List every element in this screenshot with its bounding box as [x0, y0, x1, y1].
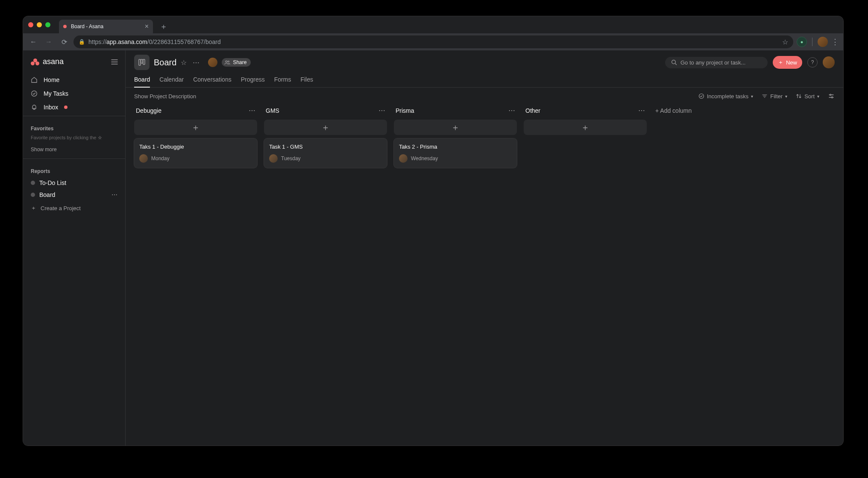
new-tab-button[interactable]: ＋ [160, 21, 167, 32]
tab-title: Board - Asana [71, 23, 141, 29]
project-menu-button[interactable]: ⋯ [193, 59, 199, 67]
tab-conversations[interactable]: Conversations [193, 73, 232, 87]
profile-avatar-browser[interactable] [818, 37, 828, 47]
project-color-dot [31, 181, 35, 185]
svg-rect-6 [143, 59, 145, 65]
column-header: GMS ⋯ [264, 105, 387, 116]
help-label: ? [811, 59, 814, 65]
svg-rect-4 [139, 59, 141, 65]
collapse-sidebar-icon[interactable] [111, 59, 118, 65]
extension-badge[interactable]: ● [797, 37, 807, 47]
back-button[interactable]: ← [27, 38, 39, 46]
asana-logo[interactable]: asana [31, 57, 64, 66]
task-due-date: Wednesday [411, 155, 438, 161]
create-project-button[interactable]: ＋ Create a Project [23, 201, 125, 215]
customize-button[interactable] [828, 93, 835, 100]
favorites-show-more[interactable]: Show more [23, 145, 125, 157]
share-label: Share [233, 59, 246, 65]
column-title[interactable]: Debuggie [136, 107, 161, 114]
completion-filter[interactable]: Incomplete tasks ▾ [698, 93, 754, 100]
nav-inbox-label: Inbox [44, 104, 58, 111]
new-button[interactable]: ＋ New [773, 56, 802, 69]
share-button[interactable]: Share [222, 58, 251, 67]
reload-button[interactable]: ⟳ [58, 38, 70, 46]
show-description-button[interactable]: Show Project Description [134, 93, 196, 100]
column-menu-icon[interactable]: ⋯ [508, 106, 515, 114]
column-menu-icon[interactable]: ⋯ [638, 106, 645, 114]
close-window-button[interactable] [28, 22, 33, 27]
nav-inbox[interactable]: Inbox [23, 100, 125, 114]
add-task-button[interactable]: ＋ [524, 120, 647, 135]
toolbar-divider [812, 38, 812, 46]
minimize-window-button[interactable] [37, 22, 42, 27]
column-title[interactable]: Prisma [396, 107, 414, 114]
task-card[interactable]: Taks 2 - Prisma Wednesday [394, 138, 517, 168]
project-member-avatar[interactable] [208, 58, 217, 67]
sort-icon [796, 93, 802, 99]
column-header: Prisma ⋯ [394, 105, 517, 116]
tab-calendar[interactable]: Calendar [159, 73, 184, 87]
project-header: Board ☆ ⋯ Share Go to any project or t [126, 50, 843, 70]
project-title: Board [154, 58, 176, 67]
nav-home[interactable]: Home [23, 73, 125, 87]
chevron-down-icon: ▾ [785, 94, 787, 99]
tab-close-icon[interactable]: × [145, 23, 149, 30]
lock-icon: 🔒 [79, 39, 85, 45]
add-task-button[interactable]: ＋ [394, 120, 517, 135]
svg-point-8 [228, 61, 229, 62]
logo-text: asana [43, 57, 64, 66]
url-path: /0/228631155768767/board [147, 38, 221, 45]
filter-label: Filter [770, 93, 783, 100]
bookmark-star-icon[interactable]: ☆ [782, 38, 788, 46]
url-scheme: https:// [88, 38, 106, 45]
add-task-button[interactable]: ＋ [264, 120, 387, 135]
sidebar-project-board[interactable]: Board ⋯ [23, 189, 125, 201]
task-meta: Tuesday [269, 154, 382, 163]
browser-titlebar: Board - Asana × ＋ [23, 16, 843, 33]
window-controls [28, 22, 50, 27]
board-column: Prisma ⋯ ＋ Taks 2 - Prisma Wednesday [394, 105, 517, 168]
tab-progress[interactable]: Progress [241, 73, 265, 87]
task-assignee-avatar[interactable] [269, 154, 278, 163]
task-assignee-avatar[interactable] [399, 154, 408, 163]
sidebar-header: asana [23, 56, 125, 70]
svg-point-18 [832, 97, 833, 98]
task-meta: Monday [139, 154, 252, 163]
add-column-button[interactable]: + Add column [654, 105, 693, 117]
add-task-button[interactable]: ＋ [134, 120, 257, 135]
task-meta: Wednesday [399, 154, 512, 163]
column-menu-icon[interactable]: ⋯ [378, 106, 385, 114]
user-avatar[interactable] [823, 56, 835, 68]
svg-point-16 [830, 94, 831, 96]
forward-button[interactable]: → [43, 38, 55, 46]
maximize-window-button[interactable] [45, 22, 50, 27]
column-title[interactable]: GMS [266, 107, 279, 114]
help-button[interactable]: ? [807, 57, 818, 67]
column-menu-icon[interactable]: ⋯ [249, 106, 255, 114]
circle-check-icon [698, 93, 704, 99]
svg-rect-5 [141, 59, 143, 63]
nav-my-tasks[interactable]: My Tasks [23, 87, 125, 100]
sort-button[interactable]: Sort ▾ [796, 93, 819, 100]
project-tabs: Board Calendar Conversations Progress Fo… [126, 73, 843, 88]
sidebar-project-todo[interactable]: To-Do List [23, 177, 125, 189]
people-icon [224, 60, 230, 65]
tab-files[interactable]: Files [300, 73, 313, 87]
task-assignee-avatar[interactable] [139, 154, 148, 163]
task-due-date: Tuesday [281, 155, 301, 161]
task-card[interactable]: Task 1 - GMS Tuesday [264, 138, 387, 168]
favorite-star-button[interactable]: ☆ [181, 59, 187, 67]
svg-line-10 [675, 64, 677, 65]
tab-board[interactable]: Board [134, 73, 150, 87]
browser-menu-button[interactable]: ⋮ [831, 37, 839, 47]
project-actions-icon[interactable]: ⋯ [111, 191, 117, 198]
browser-tab[interactable]: Board - Asana × [59, 20, 153, 33]
filter-button[interactable]: Filter ▾ [762, 93, 787, 100]
global-search[interactable]: Go to any project or task... [665, 57, 768, 68]
tab-favicon [63, 25, 67, 28]
task-card[interactable]: Taks 1 - Debuggie Monday [134, 138, 257, 168]
address-bar[interactable]: 🔒 https://app.asana.com/0/22863115576876… [73, 35, 793, 48]
column-title[interactable]: Other [525, 107, 540, 114]
filter-icon [762, 93, 768, 99]
tab-forms[interactable]: Forms [274, 73, 291, 87]
